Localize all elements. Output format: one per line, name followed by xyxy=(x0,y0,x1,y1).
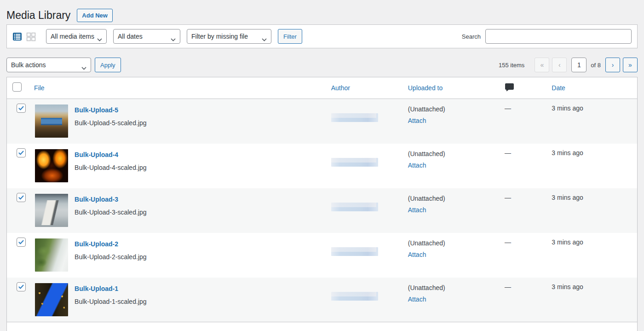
upload-date: 3 mins ago xyxy=(547,233,637,278)
media-filename: Bulk-Upload-2-scaled.jpg xyxy=(75,253,146,261)
attach-link[interactable]: Attach xyxy=(408,251,426,258)
last-page-button[interactable]: » xyxy=(623,58,638,72)
search-label: Search xyxy=(462,33,481,40)
attach-link[interactable]: Attach xyxy=(408,162,426,169)
column-header-file[interactable]: File xyxy=(34,84,45,92)
row-checkbox[interactable] xyxy=(17,148,26,157)
view-mode-switch xyxy=(12,32,36,41)
apply-button[interactable]: Apply xyxy=(95,58,121,72)
table-navigation: Bulk actions Apply 155 items « ‹ of 8 › … xyxy=(6,58,638,72)
uploaded-to-status: (Unattached) xyxy=(408,149,495,158)
uploaded-to-status: (Unattached) xyxy=(408,283,495,292)
table-header: File Author Uploaded to Date xyxy=(7,77,638,99)
table-row: Bulk-Upload-2 Bulk-Upload-2-scaled.jpg (… xyxy=(7,233,638,278)
bulk-actions-select[interactable]: Bulk actions xyxy=(6,58,91,72)
media-filename: Bulk-Upload-5-scaled.jpg xyxy=(75,119,146,127)
table-row: Bulk-Upload-4 Bulk-Upload-4-scaled.jpg (… xyxy=(7,144,638,188)
filter-button[interactable]: Filter xyxy=(278,29,302,44)
select-all-checkbox[interactable] xyxy=(12,82,22,92)
upload-date: 3 mins ago xyxy=(547,99,637,144)
comments-count: — xyxy=(505,238,511,246)
upload-date: 3 mins ago xyxy=(547,144,637,188)
uploaded-to-status: (Unattached) xyxy=(408,194,495,203)
row-checkbox[interactable] xyxy=(17,193,26,202)
list-view-icon[interactable] xyxy=(12,32,22,41)
media-title-link[interactable]: Bulk-Upload-5 xyxy=(75,105,118,115)
media-type-filter-value: All media items xyxy=(51,33,94,40)
uploaded-to-status: (Unattached) xyxy=(408,238,495,248)
uploaded-to-status: (Unattached) xyxy=(408,105,495,114)
media-library-page: Media Library Add New xyxy=(0,0,644,331)
chevron-down-icon xyxy=(262,35,267,43)
filter-toolbar: All media items All dates Filter by miss… xyxy=(6,24,638,48)
upload-date: 3 mins ago xyxy=(547,188,637,233)
missing-file-filter-value: Filter by missing file xyxy=(191,33,248,40)
first-page-button[interactable]: « xyxy=(535,58,549,72)
media-thumbnail[interactable] xyxy=(35,194,68,227)
page-header: Media Library Add New xyxy=(6,0,638,24)
attach-link[interactable]: Attach xyxy=(408,206,426,214)
missing-file-filter-select[interactable]: Filter by missing file xyxy=(187,29,271,44)
column-header-uploaded-to[interactable]: Uploaded to xyxy=(408,84,443,92)
author-redacted xyxy=(331,247,378,256)
comments-count: — xyxy=(505,149,511,157)
pagination: 155 items « ‹ of 8 › » xyxy=(499,58,638,72)
media-title-link[interactable]: Bulk-Upload-4 xyxy=(75,150,118,159)
chevron-down-icon xyxy=(171,35,176,43)
add-new-button[interactable]: Add New xyxy=(77,9,113,22)
author-redacted xyxy=(331,292,378,301)
media-filename: Bulk-Upload-3-scaled.jpg xyxy=(75,208,146,216)
dates-filter-value: All dates xyxy=(118,33,143,40)
attach-link[interactable]: Attach xyxy=(408,296,426,303)
comments-count: — xyxy=(505,194,511,201)
comment-bubble-icon[interactable] xyxy=(505,86,514,93)
media-filename: Bulk-Upload-1-scaled.jpg xyxy=(75,297,146,306)
bulk-actions-value: Bulk actions xyxy=(11,61,46,69)
media-title-link[interactable]: Bulk-Upload-3 xyxy=(75,195,118,204)
media-filename: Bulk-Upload-4-scaled.jpg xyxy=(75,163,146,172)
upload-date: 3 mins ago xyxy=(547,278,637,322)
media-thumbnail[interactable] xyxy=(35,283,68,316)
current-page-input[interactable] xyxy=(571,58,586,72)
author-redacted xyxy=(331,113,378,122)
column-header-author[interactable]: Author xyxy=(331,84,350,92)
table-row: Bulk-Upload-5 Bulk-Upload-5-scaled.jpg (… xyxy=(7,99,638,144)
table-row: Bulk-Upload-3 Bulk-Upload-3-scaled.jpg (… xyxy=(7,188,638,233)
media-type-filter-select[interactable]: All media items xyxy=(46,29,107,44)
media-thumbnail[interactable] xyxy=(35,105,68,138)
media-thumbnail[interactable] xyxy=(35,149,68,182)
comments-count: — xyxy=(505,105,511,112)
row-checkbox[interactable] xyxy=(17,282,26,291)
chevron-down-icon xyxy=(81,64,86,71)
row-checkbox[interactable] xyxy=(17,104,26,113)
media-title-link[interactable]: Bulk-Upload-1 xyxy=(75,284,118,293)
comments-count: — xyxy=(505,283,511,290)
previous-page-button[interactable]: ‹ xyxy=(552,58,567,72)
media-title-link[interactable]: Bulk-Upload-2 xyxy=(75,239,118,249)
author-redacted xyxy=(331,203,378,211)
table-row: Bulk-Upload-1 Bulk-Upload-1-scaled.jpg (… xyxy=(7,278,638,322)
attach-link[interactable]: Attach xyxy=(408,117,426,124)
table-footer xyxy=(7,322,638,331)
grid-view-icon[interactable] xyxy=(26,32,36,41)
media-list-table: File Author Uploaded to Date xyxy=(6,77,638,331)
chevron-down-icon xyxy=(97,35,102,43)
row-checkbox[interactable] xyxy=(17,238,26,247)
column-header-date[interactable]: Date xyxy=(552,84,565,92)
next-page-button[interactable]: › xyxy=(605,58,620,72)
media-thumbnail[interactable] xyxy=(35,238,68,272)
dates-filter-select[interactable]: All dates xyxy=(113,29,180,44)
search-input[interactable] xyxy=(485,29,632,44)
total-pages-label: of 8 xyxy=(591,62,601,69)
author-redacted xyxy=(331,158,378,167)
items-count: 155 items xyxy=(499,62,524,69)
page-title: Media Library xyxy=(6,9,70,22)
